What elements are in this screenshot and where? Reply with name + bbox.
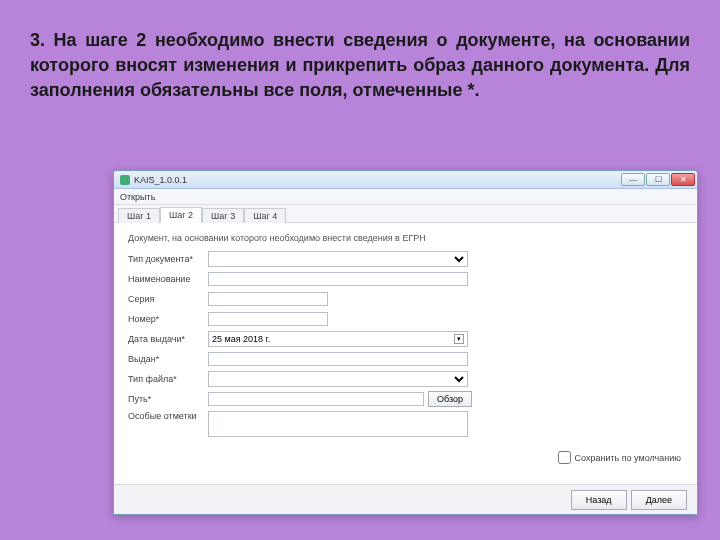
label-notes: Особые отметки [128,411,208,421]
issue-date-value: 25 мая 2018 г. [212,334,270,344]
label-series: Серия [128,294,208,304]
label-name: Наименование [128,274,208,284]
tab-step-1[interactable]: Шаг 1 [118,208,160,223]
tabstrip: Шаг 1 Шаг 2 Шаг 3 Шаг 4 [114,205,697,223]
tab-step-2[interactable]: Шаг 2 [160,207,202,223]
file-type-select[interactable] [208,371,468,387]
minimize-button[interactable]: — [621,173,645,186]
form-heading: Документ, на основании которого необходи… [128,233,683,243]
doc-type-select[interactable] [208,251,468,267]
back-button[interactable]: Назад [571,490,627,510]
browse-button[interactable]: Обзор [428,391,472,407]
label-doc-type: Тип документа* [128,254,208,264]
label-number: Номер* [128,314,208,324]
issue-date-picker[interactable]: 25 мая 2018 г. ▾ [208,331,468,347]
label-path: Путь* [128,394,208,404]
save-default-row: Сохранить по умолчанию [114,445,697,468]
menubar: Открыть [114,189,697,205]
notes-textarea[interactable] [208,411,468,437]
instruction-text: 3. На шаге 2 необходимо внести сведения … [0,0,720,116]
footer: Назад Далее [114,484,697,514]
tab-step-3[interactable]: Шаг 3 [202,208,244,223]
calendar-icon[interactable]: ▾ [454,334,464,344]
next-button[interactable]: Далее [631,490,687,510]
form-area: Документ, на основании которого необходи… [114,223,697,445]
path-input[interactable] [208,392,424,406]
series-input[interactable] [208,292,328,306]
label-file-type: Тип файла* [128,374,208,384]
close-button[interactable]: ✕ [671,173,695,186]
tab-step-4[interactable]: Шаг 4 [244,208,286,223]
window-title: KAIS_1.0.0.1 [134,175,620,185]
save-default-label: Сохранить по умолчанию [575,453,682,463]
label-issue-date: Дата выдачи* [128,334,208,344]
label-issued-by: Выдан* [128,354,208,364]
name-input[interactable] [208,272,468,286]
menu-open[interactable]: Открыть [120,192,155,202]
titlebar: KAIS_1.0.0.1 — ☐ ✕ [114,171,697,189]
app-icon [120,175,130,185]
issued-by-input[interactable] [208,352,468,366]
maximize-button[interactable]: ☐ [646,173,670,186]
save-default-checkbox[interactable] [558,451,571,464]
app-window: KAIS_1.0.0.1 — ☐ ✕ Открыть Шаг 1 Шаг 2 Ш… [113,170,698,515]
number-input[interactable] [208,312,328,326]
